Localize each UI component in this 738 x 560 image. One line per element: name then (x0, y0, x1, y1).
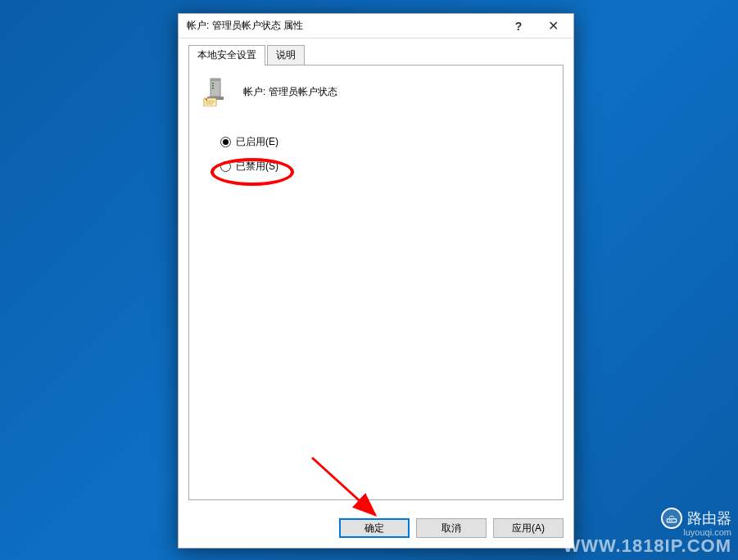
close-icon: ✕ (548, 18, 559, 34)
cancel-button[interactable]: 取消 (416, 518, 487, 538)
button-label: 应用(A) (512, 522, 545, 535)
radio-disabled[interactable] (220, 161, 231, 172)
svg-point-10 (669, 520, 671, 522)
tab-local-security[interactable]: 本地安全设置 (188, 45, 265, 65)
svg-rect-9 (667, 519, 676, 522)
tab-label: 说明 (276, 49, 296, 61)
watermark-brand: 路由器 (687, 508, 731, 528)
ok-button[interactable]: 确定 (339, 518, 410, 538)
button-label: 取消 (441, 522, 461, 535)
tab-strip: 本地安全设置 说明 (188, 47, 564, 65)
policy-header: 帐户: 管理员帐户状态 (202, 77, 550, 106)
close-button[interactable]: ✕ (536, 15, 570, 38)
svg-rect-2 (212, 83, 214, 84)
radio-enabled-label: 已启用(E) (236, 135, 278, 149)
radio-disabled-label: 已禁用(S) (236, 160, 278, 174)
apply-button[interactable]: 应用(A) (493, 518, 564, 538)
window-title: 帐户: 管理员帐户状态 属性 (187, 19, 501, 33)
radio-enabled[interactable] (220, 137, 231, 147)
radio-group: 已启用(E) 已禁用(S) (220, 134, 550, 174)
router-icon (661, 508, 682, 529)
svg-point-7 (206, 99, 207, 101)
titlebar: 帐户: 管理员帐户状态 属性 ? ✕ (179, 14, 573, 38)
svg-rect-4 (212, 88, 214, 89)
button-label: 确定 (364, 522, 384, 535)
tab-panel-local-security: 帐户: 管理员帐户状态 已启用(E) 已禁用(S) (188, 65, 564, 500)
tab-label: 本地安全设置 (197, 49, 256, 61)
button-bar: 确定 取消 应用(A) (179, 510, 573, 548)
watermark: 路由器 luyouqi.com WWW.1818IP.COM (563, 508, 731, 557)
svg-rect-1 (211, 79, 220, 81)
svg-point-11 (671, 520, 672, 522)
tab-description[interactable]: 说明 (267, 45, 305, 65)
svg-rect-3 (212, 85, 214, 87)
dialog-content: 本地安全设置 说明 帐 (179, 38, 573, 510)
radio-row-disabled: 已禁用(S) (220, 159, 550, 174)
watermark-url: WWW.1818IP.COM (563, 535, 731, 557)
svg-rect-0 (211, 79, 220, 97)
help-button[interactable]: ? (501, 15, 536, 38)
help-icon: ? (515, 20, 523, 33)
watermark-sub: luyouqi.com (563, 527, 731, 537)
policy-title: 帐户: 管理员帐户状态 (243, 85, 337, 99)
radio-row-enabled: 已启用(E) (220, 134, 550, 149)
server-policy-icon (202, 77, 232, 106)
properties-dialog: 帐户: 管理员帐户状态 属性 ? ✕ 本地安全设置 说明 (178, 13, 574, 549)
